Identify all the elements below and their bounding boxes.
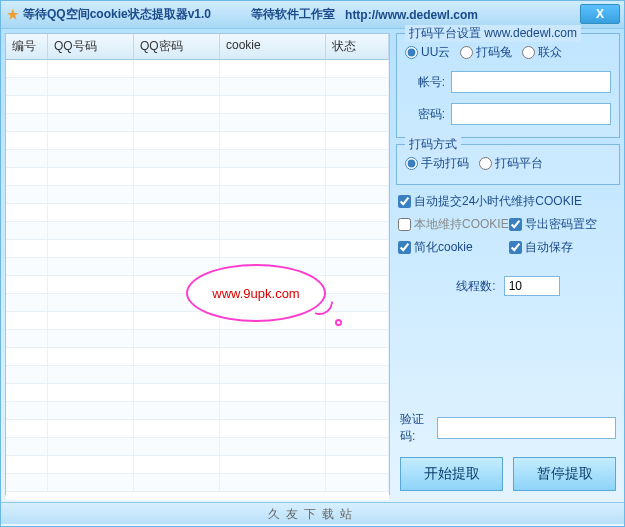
- button-row: 开始提取 暂停提取: [396, 457, 620, 495]
- app-window: ★ 等待QQ空间cookie状态提取器v1.0 等待软件工作室 http://w…: [0, 0, 625, 527]
- table-row[interactable]: [6, 258, 389, 276]
- app-title: 等待QQ空间cookie状态提取器v1.0: [23, 6, 211, 23]
- table-row[interactable]: [6, 438, 389, 456]
- opt-auto-submit[interactable]: 自动提交24小时代维持COOKIE: [398, 193, 618, 210]
- table-row[interactable]: [6, 348, 389, 366]
- thread-row: 线程数:: [396, 272, 620, 300]
- side-panel: 打码平台设置 www.dedewl.com UU云 打码兔 联众 帐号: 密码:…: [396, 33, 620, 495]
- platform-group: 打码平台设置 www.dedewl.com UU云 打码兔 联众 帐号: 密码:: [396, 33, 620, 138]
- bubble-tail-dot: [335, 319, 342, 326]
- radio-uu[interactable]: UU云: [405, 44, 450, 61]
- table-row[interactable]: [6, 330, 389, 348]
- studio-name: 等待软件工作室: [251, 6, 335, 23]
- opt-local-maintain[interactable]: 本地维持COOKIE: [398, 216, 501, 233]
- table-row[interactable]: [6, 168, 389, 186]
- table-row[interactable]: [6, 240, 389, 258]
- opt-export-clear[interactable]: 导出密码置空: [509, 216, 612, 233]
- platform-radios: UU云 打码兔 联众: [405, 44, 611, 61]
- radio-lz[interactable]: 联众: [522, 44, 562, 61]
- opt-autosave[interactable]: 自动保存: [509, 239, 612, 256]
- table-row[interactable]: [6, 384, 389, 402]
- close-button[interactable]: X: [580, 4, 620, 24]
- col-pwd: QQ密码: [134, 34, 220, 59]
- watermark-bubble: www.9upk.com: [186, 264, 326, 322]
- data-table: 编号 QQ号码 QQ密码 cookie 状态 www.9upk.com: [5, 33, 390, 495]
- spacer: [396, 306, 620, 405]
- table-row[interactable]: [6, 132, 389, 150]
- thread-input[interactable]: [504, 276, 560, 296]
- table-row[interactable]: [6, 114, 389, 132]
- captcha-input[interactable]: [437, 417, 616, 439]
- col-qq: QQ号码: [48, 34, 134, 59]
- thread-label: 线程数:: [456, 278, 495, 295]
- col-id: 编号: [6, 34, 48, 59]
- opt-simplify[interactable]: 简化cookie: [398, 239, 501, 256]
- pause-button[interactable]: 暂停提取: [513, 457, 616, 491]
- table-row[interactable]: [6, 204, 389, 222]
- radio-auto[interactable]: 打码平台: [479, 155, 543, 172]
- account-input[interactable]: [451, 71, 611, 93]
- col-status: 状态: [326, 34, 389, 59]
- table-row[interactable]: [6, 150, 389, 168]
- table-row[interactable]: [6, 366, 389, 384]
- password-label: 密码:: [405, 106, 445, 123]
- content-area: 编号 QQ号码 QQ密码 cookie 状态 www.9upk.com 打码平台…: [1, 29, 624, 499]
- captcha-label: 验证码:: [400, 411, 431, 445]
- captcha-row: 验证码:: [396, 411, 620, 445]
- table-row[interactable]: [6, 186, 389, 204]
- table-row[interactable]: [6, 474, 389, 492]
- table-row[interactable]: [6, 456, 389, 474]
- account-label: 帐号:: [405, 74, 445, 91]
- method-group-title: 打码方式: [405, 136, 461, 153]
- table-header: 编号 QQ号码 QQ密码 cookie 状态: [6, 34, 389, 60]
- table-row[interactable]: [6, 420, 389, 438]
- app-icon: ★: [7, 7, 19, 22]
- col-cookie: cookie: [220, 34, 326, 59]
- table-row[interactable]: [6, 60, 389, 78]
- radio-tmtu[interactable]: 打码兔: [460, 44, 512, 61]
- table-row[interactable]: [6, 96, 389, 114]
- platform-group-title: 打码平台设置 www.dedewl.com: [405, 25, 581, 42]
- footer-bar: 久友下载站: [1, 502, 624, 524]
- watermark-text: www.9upk.com: [212, 286, 299, 301]
- radio-manual[interactable]: 手动打码: [405, 155, 469, 172]
- start-button[interactable]: 开始提取: [400, 457, 503, 491]
- table-row[interactable]: [6, 402, 389, 420]
- table-row[interactable]: [6, 312, 389, 330]
- password-row: 密码:: [405, 103, 611, 125]
- options-block: 自动提交24小时代维持COOKIE 本地维持COOKIE 导出密码置空 简化co…: [396, 191, 620, 258]
- password-input[interactable]: [451, 103, 611, 125]
- table-row[interactable]: [6, 78, 389, 96]
- account-row: 帐号:: [405, 71, 611, 93]
- method-group: 打码方式 手动打码 打码平台: [396, 144, 620, 185]
- method-radios: 手动打码 打码平台: [405, 155, 611, 172]
- studio-url: http://www.dedewl.com: [345, 8, 478, 22]
- table-row[interactable]: [6, 222, 389, 240]
